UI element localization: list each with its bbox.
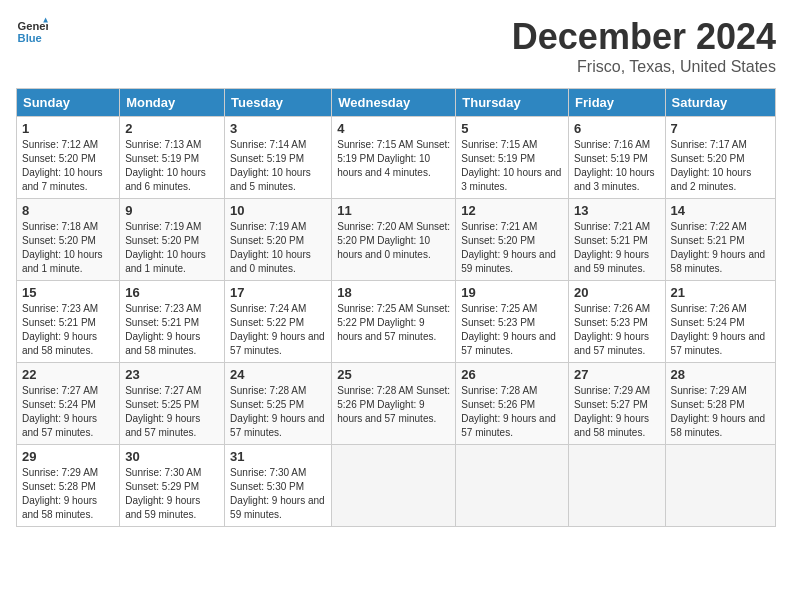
day-cell: 11Sunrise: 7:20 AM Sunset: 5:20 PM Dayli… [332,199,456,281]
day-info: Sunrise: 7:22 AM Sunset: 5:21 PM Dayligh… [671,220,770,276]
day-number: 10 [230,203,326,218]
day-cell: 25Sunrise: 7:28 AM Sunset: 5:26 PM Dayli… [332,363,456,445]
day-number: 21 [671,285,770,300]
day-cell: 30Sunrise: 7:30 AM Sunset: 5:29 PM Dayli… [120,445,225,527]
day-number: 24 [230,367,326,382]
day-cell: 8Sunrise: 7:18 AM Sunset: 5:20 PM Daylig… [17,199,120,281]
day-info: Sunrise: 7:27 AM Sunset: 5:25 PM Dayligh… [125,384,219,440]
day-number: 7 [671,121,770,136]
day-cell [569,445,666,527]
day-number: 26 [461,367,563,382]
day-cell: 10Sunrise: 7:19 AM Sunset: 5:20 PM Dayli… [225,199,332,281]
day-cell: 28Sunrise: 7:29 AM Sunset: 5:28 PM Dayli… [665,363,775,445]
calendar-table: SundayMondayTuesdayWednesdayThursdayFrid… [16,88,776,527]
day-info: Sunrise: 7:19 AM Sunset: 5:20 PM Dayligh… [230,220,326,276]
day-cell: 19Sunrise: 7:25 AM Sunset: 5:23 PM Dayli… [456,281,569,363]
day-info: Sunrise: 7:12 AM Sunset: 5:20 PM Dayligh… [22,138,114,194]
day-number: 11 [337,203,450,218]
day-info: Sunrise: 7:14 AM Sunset: 5:19 PM Dayligh… [230,138,326,194]
day-info: Sunrise: 7:29 AM Sunset: 5:28 PM Dayligh… [671,384,770,440]
day-info: Sunrise: 7:21 AM Sunset: 5:21 PM Dayligh… [574,220,660,276]
day-cell: 26Sunrise: 7:28 AM Sunset: 5:26 PM Dayli… [456,363,569,445]
day-cell [332,445,456,527]
day-number: 8 [22,203,114,218]
col-header-tuesday: Tuesday [225,89,332,117]
day-info: Sunrise: 7:23 AM Sunset: 5:21 PM Dayligh… [125,302,219,358]
day-number: 19 [461,285,563,300]
day-number: 15 [22,285,114,300]
day-number: 31 [230,449,326,464]
day-info: Sunrise: 7:29 AM Sunset: 5:27 PM Dayligh… [574,384,660,440]
day-info: Sunrise: 7:21 AM Sunset: 5:20 PM Dayligh… [461,220,563,276]
col-header-thursday: Thursday [456,89,569,117]
day-info: Sunrise: 7:30 AM Sunset: 5:29 PM Dayligh… [125,466,219,522]
day-cell: 2Sunrise: 7:13 AM Sunset: 5:19 PM Daylig… [120,117,225,199]
col-header-wednesday: Wednesday [332,89,456,117]
day-info: Sunrise: 7:29 AM Sunset: 5:28 PM Dayligh… [22,466,114,522]
day-number: 22 [22,367,114,382]
day-info: Sunrise: 7:25 AM Sunset: 5:23 PM Dayligh… [461,302,563,358]
day-info: Sunrise: 7:24 AM Sunset: 5:22 PM Dayligh… [230,302,326,358]
day-info: Sunrise: 7:17 AM Sunset: 5:20 PM Dayligh… [671,138,770,194]
day-number: 1 [22,121,114,136]
week-row-5: 29Sunrise: 7:29 AM Sunset: 5:28 PM Dayli… [17,445,776,527]
day-cell: 4Sunrise: 7:15 AM Sunset: 5:19 PM Daylig… [332,117,456,199]
day-number: 13 [574,203,660,218]
calendar-body: 1Sunrise: 7:12 AM Sunset: 5:20 PM Daylig… [17,117,776,527]
day-cell: 23Sunrise: 7:27 AM Sunset: 5:25 PM Dayli… [120,363,225,445]
calendar-subtitle: Frisco, Texas, United States [512,58,776,76]
day-info: Sunrise: 7:18 AM Sunset: 5:20 PM Dayligh… [22,220,114,276]
day-cell: 9Sunrise: 7:19 AM Sunset: 5:20 PM Daylig… [120,199,225,281]
day-cell: 15Sunrise: 7:23 AM Sunset: 5:21 PM Dayli… [17,281,120,363]
day-number: 16 [125,285,219,300]
day-number: 14 [671,203,770,218]
logo: General Blue [16,16,48,48]
day-info: Sunrise: 7:25 AM Sunset: 5:22 PM Dayligh… [337,302,450,344]
col-header-monday: Monday [120,89,225,117]
header: General Blue December 2024 Frisco, Texas… [16,16,776,76]
week-row-4: 22Sunrise: 7:27 AM Sunset: 5:24 PM Dayli… [17,363,776,445]
day-number: 5 [461,121,563,136]
day-info: Sunrise: 7:26 AM Sunset: 5:24 PM Dayligh… [671,302,770,358]
day-info: Sunrise: 7:16 AM Sunset: 5:19 PM Dayligh… [574,138,660,194]
day-number: 2 [125,121,219,136]
day-cell: 29Sunrise: 7:29 AM Sunset: 5:28 PM Dayli… [17,445,120,527]
day-number: 18 [337,285,450,300]
day-number: 20 [574,285,660,300]
day-info: Sunrise: 7:30 AM Sunset: 5:30 PM Dayligh… [230,466,326,522]
day-number: 12 [461,203,563,218]
day-cell: 18Sunrise: 7:25 AM Sunset: 5:22 PM Dayli… [332,281,456,363]
day-number: 23 [125,367,219,382]
week-row-3: 15Sunrise: 7:23 AM Sunset: 5:21 PM Dayli… [17,281,776,363]
day-cell: 27Sunrise: 7:29 AM Sunset: 5:27 PM Dayli… [569,363,666,445]
day-info: Sunrise: 7:20 AM Sunset: 5:20 PM Dayligh… [337,220,450,262]
day-number: 4 [337,121,450,136]
day-number: 17 [230,285,326,300]
day-number: 6 [574,121,660,136]
col-header-saturday: Saturday [665,89,775,117]
day-info: Sunrise: 7:26 AM Sunset: 5:23 PM Dayligh… [574,302,660,358]
day-cell: 3Sunrise: 7:14 AM Sunset: 5:19 PM Daylig… [225,117,332,199]
day-cell: 20Sunrise: 7:26 AM Sunset: 5:23 PM Dayli… [569,281,666,363]
day-cell: 17Sunrise: 7:24 AM Sunset: 5:22 PM Dayli… [225,281,332,363]
day-number: 30 [125,449,219,464]
title-area: December 2024 Frisco, Texas, United Stat… [512,16,776,76]
day-number: 3 [230,121,326,136]
day-cell: 24Sunrise: 7:28 AM Sunset: 5:25 PM Dayli… [225,363,332,445]
week-row-2: 8Sunrise: 7:18 AM Sunset: 5:20 PM Daylig… [17,199,776,281]
svg-text:Blue: Blue [18,32,42,44]
calendar-title: December 2024 [512,16,776,58]
day-cell: 7Sunrise: 7:17 AM Sunset: 5:20 PM Daylig… [665,117,775,199]
calendar-header-row: SundayMondayTuesdayWednesdayThursdayFrid… [17,89,776,117]
day-number: 27 [574,367,660,382]
col-header-sunday: Sunday [17,89,120,117]
day-cell [456,445,569,527]
day-cell: 6Sunrise: 7:16 AM Sunset: 5:19 PM Daylig… [569,117,666,199]
day-info: Sunrise: 7:28 AM Sunset: 5:26 PM Dayligh… [337,384,450,426]
day-cell: 22Sunrise: 7:27 AM Sunset: 5:24 PM Dayli… [17,363,120,445]
day-cell: 1Sunrise: 7:12 AM Sunset: 5:20 PM Daylig… [17,117,120,199]
day-info: Sunrise: 7:15 AM Sunset: 5:19 PM Dayligh… [461,138,563,194]
day-info: Sunrise: 7:23 AM Sunset: 5:21 PM Dayligh… [22,302,114,358]
day-cell: 5Sunrise: 7:15 AM Sunset: 5:19 PM Daylig… [456,117,569,199]
day-cell: 21Sunrise: 7:26 AM Sunset: 5:24 PM Dayli… [665,281,775,363]
